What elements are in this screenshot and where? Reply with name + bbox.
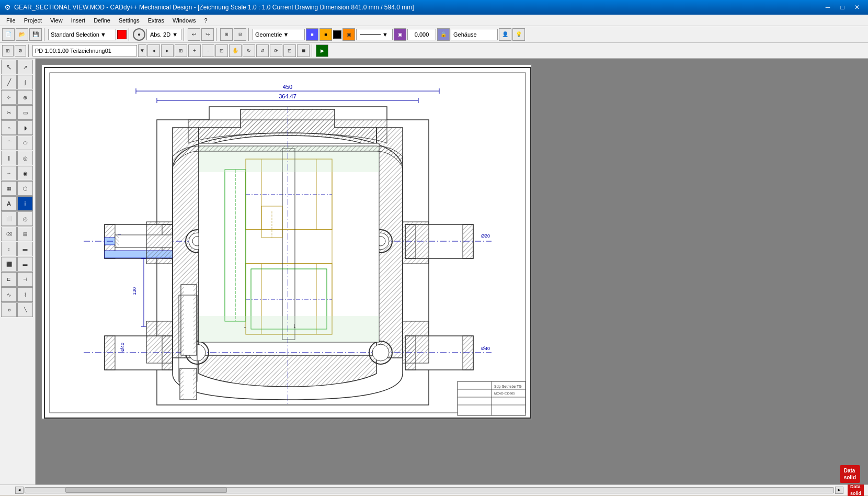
- line-thickness-input[interactable]: [407, 29, 436, 40]
- full-view-button[interactable]: ⊡: [283, 44, 296, 57]
- scroll-left-btn[interactable]: ◄: [15, 487, 24, 494]
- menu-view[interactable]: View: [46, 16, 67, 25]
- lt-row-11: ⬜ ◎: [1, 211, 34, 226]
- zoom-in-button[interactable]: +: [188, 44, 201, 57]
- close-button[interactable]: ✕: [850, 2, 864, 13]
- menu-file[interactable]: File: [2, 16, 20, 25]
- menu-windows[interactable]: Windows: [168, 16, 200, 25]
- erase-tool[interactable]: ⌫: [1, 227, 17, 241]
- tb2-view-button[interactable]: ⊞: [2, 45, 14, 57]
- svg-text:130: 130: [132, 287, 137, 295]
- layer-color-button[interactable]: ▣: [394, 28, 406, 41]
- open-button[interactable]: 📂: [16, 28, 28, 41]
- chevron-down-icon: ▼: [100, 31, 106, 38]
- linestyle-dropdown[interactable]: ▼: [356, 29, 393, 40]
- undo-button[interactable]: ↩: [188, 28, 200, 41]
- 3d-box-tool[interactable]: ⬛: [1, 257, 17, 272]
- lighting-button[interactable]: 💡: [512, 28, 525, 41]
- menu-settings[interactable]: Settings: [115, 16, 144, 25]
- layer-dropdown[interactable]: Geometrie ▼: [253, 29, 305, 40]
- polygon-tool[interactable]: ⬡: [17, 181, 33, 196]
- polyline-tool[interactable]: ⌇: [17, 287, 33, 302]
- minimize-button[interactable]: ─: [821, 2, 835, 13]
- color-selector-red[interactable]: [117, 30, 127, 39]
- info-tool[interactable]: i: [17, 196, 33, 211]
- parallel-tool[interactable]: ∥: [1, 151, 17, 165]
- snap-grid-button[interactable]: ⊟: [234, 28, 246, 41]
- spline-tool[interactable]: ∿: [1, 287, 17, 302]
- layer-name-input[interactable]: [451, 29, 498, 40]
- color-fill-button[interactable]: ■: [306, 28, 318, 41]
- hscroll-track[interactable]: [25, 487, 834, 493]
- draw-snap-tool[interactable]: ⊹: [1, 90, 17, 105]
- zoom-fit-button[interactable]: ⊞: [175, 44, 187, 57]
- hscroll-thumb[interactable]: [65, 488, 227, 493]
- layer-manage-button[interactable]: 👤: [499, 28, 511, 41]
- rect-tool[interactable]: ▭: [17, 105, 33, 120]
- drawing-selector-input[interactable]: [32, 45, 137, 57]
- coordinate-mode-label: Abs. 2D: [150, 31, 170, 38]
- nav-arrow-left[interactable]: ◄: [147, 44, 160, 57]
- measure-tool[interactable]: ⌀: [1, 302, 17, 317]
- draw-line-tool[interactable]: ╱: [1, 75, 17, 89]
- zoom-window-button[interactable]: ⊡: [215, 44, 228, 57]
- dim-circle-tool[interactable]: ◉: [17, 166, 33, 181]
- layer-tool[interactable]: ▤: [17, 227, 33, 241]
- fill-rect-tool[interactable]: ▬: [17, 242, 33, 256]
- redo-button[interactable]: ↪: [201, 28, 214, 41]
- selection-mode-dropdown[interactable]: Standard Selection ▼: [48, 29, 116, 40]
- scroll-right-btn[interactable]: ►: [835, 487, 843, 494]
- canvas-area[interactable]: 450 364.47: [36, 59, 868, 484]
- draw-curve-tool[interactable]: ∫: [17, 75, 33, 89]
- trim-tool[interactable]: ✂: [1, 105, 17, 120]
- menu-extras[interactable]: Extras: [144, 16, 168, 25]
- circle2-tool[interactable]: ◎: [17, 151, 33, 165]
- rotate-cw-button[interactable]: ↻: [243, 44, 255, 57]
- select-tool[interactable]: ↖: [1, 60, 17, 74]
- chevron-down-icon4: ▼: [382, 31, 388, 38]
- circle-full-tool[interactable]: ○: [1, 120, 17, 135]
- lt-row-9: ▦ ⬡: [1, 181, 34, 196]
- fillet-tool[interactable]: ⌒: [1, 136, 17, 150]
- save-button[interactable]: 💾: [29, 28, 42, 41]
- lt-row-15: ⊏ ⊣: [1, 272, 34, 287]
- menu-define[interactable]: Define: [89, 16, 115, 25]
- drawing-selector-dropdown-btn[interactable]: ▼: [138, 44, 146, 57]
- grid-button[interactable]: ⊞: [220, 28, 233, 41]
- extra-tool[interactable]: ╲: [17, 302, 33, 317]
- zoom-out-button[interactable]: -: [202, 44, 214, 57]
- color-stroke-button[interactable]: ■: [319, 28, 332, 41]
- black-color-box[interactable]: [333, 30, 341, 39]
- circle3-tool[interactable]: ◎: [17, 211, 33, 226]
- nav-arrow-right[interactable]: ►: [161, 44, 174, 57]
- mirror-tool[interactable]: ⊣: [17, 272, 33, 287]
- stair-tool[interactable]: ⊏: [1, 272, 17, 287]
- snap-circle-button[interactable]: ●: [133, 28, 145, 41]
- record-button[interactable]: ▶: [316, 44, 328, 57]
- menu-help[interactable]: ?: [200, 16, 212, 25]
- ellipse-tool[interactable]: ⬭: [17, 136, 33, 150]
- rotate-ccw-button[interactable]: ↺: [256, 44, 269, 57]
- color-extra-button[interactable]: ▣: [342, 28, 355, 41]
- pan-button[interactable]: ✋: [229, 44, 242, 57]
- menu-project[interactable]: Project: [20, 16, 46, 25]
- lock-button[interactable]: 🔒: [437, 28, 450, 41]
- move-tool[interactable]: ↕: [1, 242, 17, 256]
- hatch-tool[interactable]: ▦: [1, 181, 17, 196]
- coordinate-mode-dropdown[interactable]: Abs. 2D ▼: [146, 29, 181, 40]
- maximize-button[interactable]: □: [836, 2, 849, 13]
- refresh-button[interactable]: ⟳: [270, 44, 282, 57]
- fill-layer-tool[interactable]: ▬: [17, 257, 33, 272]
- lt-row-4: ✂ ▭: [1, 105, 34, 120]
- stop-button[interactable]: ⏹: [297, 44, 310, 57]
- new-button[interactable]: 📄: [2, 28, 15, 41]
- block-tool[interactable]: ⬜: [1, 211, 17, 226]
- left-toolbar: ↖ ↗ ╱ ∫ ⊹ ⊕ ✂ ▭ ○ ◗ ⌒ ⬭ ∥ ◎ ↔ ◉: [0, 59, 36, 484]
- draw-point-tool[interactable]: ⊕: [17, 90, 33, 105]
- text-tool[interactable]: A: [1, 196, 17, 211]
- tb2-settings-button[interactable]: ⚙: [15, 45, 26, 57]
- circle-arc-tool[interactable]: ◗: [17, 120, 33, 135]
- select-all-tool[interactable]: ↗: [17, 60, 33, 74]
- dim-linear-tool[interactable]: ↔: [1, 166, 17, 181]
- menu-insert[interactable]: Insert: [67, 16, 90, 25]
